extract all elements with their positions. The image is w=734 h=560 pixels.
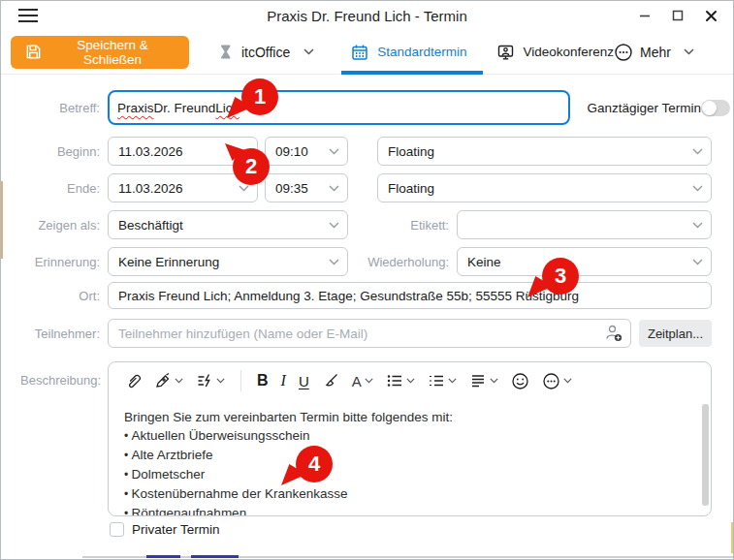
editor-scrollbar[interactable] — [702, 404, 709, 506]
allday-label: Ganztägiger Termin — [587, 101, 701, 115]
recurrence-label: Wiederholung: — [348, 255, 449, 269]
start-time-value: 09:10 — [275, 144, 308, 159]
numbered-list-button[interactable] — [428, 372, 457, 389]
editor-more-button[interactable] — [542, 372, 572, 390]
tab-standardtermin-label: Standardtermin — [377, 45, 466, 59]
start-time-dropdown[interactable]: 09:10 — [265, 137, 348, 166]
tab-standardtermin[interactable]: Standardtermin — [351, 30, 466, 75]
more-ellipsis-icon — [614, 43, 633, 62]
more-label: Mehr — [640, 45, 671, 60]
end-label: Ende: — [20, 181, 100, 196]
underline-button[interactable]: U — [299, 373, 309, 389]
more-button[interactable]: Mehr — [614, 43, 694, 62]
description-intro: Bringen Sie zum vereinbarten Termin bitt… — [124, 408, 693, 426]
account-selector[interactable]: itcOffice — [216, 44, 314, 61]
minimize-icon[interactable] — [628, 2, 661, 29]
reminder-value: Keine Erinnerung — [118, 255, 219, 269]
description-item: Röntgenaufnahmen — [124, 504, 693, 516]
private-appointment-checkbox[interactable] — [110, 522, 124, 537]
description-item: Aktuellen Überweisungsschein — [124, 426, 693, 446]
calendar-icon — [351, 44, 368, 61]
window-title: Praxis Dr. Freund Lich - Termin — [1, 8, 733, 24]
start-date-value: 11.03.2026 — [118, 144, 183, 159]
subject-word-misspelled: Praxis — [117, 101, 154, 115]
allday-toggle[interactable] — [701, 100, 730, 116]
video-conference-icon — [496, 44, 515, 61]
label-label: Etikett: — [348, 218, 449, 233]
tab-videokonferenz[interactable]: Videokonferenz — [496, 30, 615, 75]
background-window-edge — [191, 555, 239, 558]
label-dropdown[interactable] — [457, 210, 712, 239]
subject-word: Dr. Freund — [154, 101, 216, 115]
show-as-dropdown[interactable]: Beschäftigt — [108, 210, 348, 239]
chevron-down-icon — [684, 48, 694, 55]
account-logo-icon — [216, 44, 234, 61]
chevron-down-icon — [239, 185, 249, 192]
description-text[interactable]: Bringen Sie zum vereinbarten Termin bitt… — [109, 399, 711, 516]
start-timezone-value: Floating — [388, 144, 434, 159]
tab-videokonferenz-label: Videokonferenz — [524, 45, 615, 59]
editor-toolbar: B I U A — [109, 362, 711, 399]
description-item: Kostenübernahme der Krankenkasse — [124, 484, 693, 504]
titlebar: Praxis Dr. Freund Lich - Termin — [1, 1, 733, 30]
clear-format-brush-button[interactable] — [322, 372, 339, 389]
window-controls — [628, 1, 727, 30]
subject-input[interactable]: Praxis Dr. Freund Lich — [108, 90, 570, 125]
chevron-down-icon — [692, 222, 703, 229]
end-time-value: 09:35 — [275, 181, 308, 196]
align-button[interactable] — [469, 372, 498, 389]
maximize-icon[interactable] — [661, 2, 694, 29]
annotation-balloon-4: 4 — [296, 446, 333, 482]
toolbar-separator — [240, 370, 241, 391]
location-label: Ort: — [20, 289, 100, 303]
close-icon[interactable] — [694, 2, 727, 29]
font-color-button[interactable]: A — [352, 373, 373, 389]
save-close-button[interactable]: Speichern & Schließen — [11, 36, 189, 69]
toggle-knob — [702, 101, 717, 115]
annotation-balloon-3: 3 — [542, 258, 579, 295]
reminder-dropdown[interactable]: Keine Erinnerung — [108, 247, 348, 276]
subject-label: Betreff: — [20, 101, 100, 115]
annotation-number: 2 — [233, 148, 270, 185]
bullet-list-button[interactable] — [386, 372, 415, 389]
description-item: Alte Arztbriefe — [124, 446, 693, 465]
annotation-balloon-2: 2 — [233, 148, 270, 185]
save-close-label: Speichern & Schließen — [50, 38, 175, 67]
show-as-value: Beschäftigt — [118, 218, 183, 233]
chevron-down-icon — [692, 259, 703, 265]
description-editor[interactable]: B I U A — [108, 361, 712, 516]
start-label: Beginn: — [20, 144, 100, 159]
account-label: itcOffice — [241, 45, 290, 60]
hamburger-menu-icon[interactable] — [18, 9, 38, 23]
toolbar: Speichern & Schließen itcOffice — [1, 30, 733, 75]
emoji-button[interactable] — [511, 372, 529, 390]
end-time-dropdown[interactable]: 09:35 — [265, 173, 348, 202]
chevron-down-icon — [329, 185, 339, 192]
annotation-number: 1 — [241, 78, 278, 115]
quicktext-button[interactable] — [196, 372, 225, 389]
bold-button[interactable]: B — [257, 372, 269, 389]
signature-pen-button[interactable] — [154, 372, 183, 389]
chevron-down-icon — [329, 259, 339, 265]
appointment-window: Praxis Dr. Freund Lich - Termin Spe — [0, 0, 734, 560]
recurrence-dropdown[interactable]: Keine — [457, 247, 712, 276]
font-color-glyph: A — [352, 373, 362, 389]
start-timezone-dropdown[interactable]: Floating — [377, 137, 712, 166]
attendees-input[interactable] — [108, 319, 631, 348]
add-person-icon[interactable] — [604, 324, 623, 343]
annotation-number: 4 — [296, 446, 333, 482]
recurrence-value: Keine — [467, 255, 501, 269]
end-timezone-value: Floating — [388, 181, 434, 196]
end-timezone-dropdown[interactable]: Floating — [377, 173, 712, 202]
schedule-button[interactable]: Zeitplan... — [639, 320, 712, 347]
save-icon — [25, 44, 42, 60]
attendees-label: Teilnehmer: — [20, 327, 100, 341]
end-date-value: 11.03.2026 — [118, 181, 183, 196]
italic-button[interactable]: I — [281, 372, 286, 389]
location-input[interactable] — [108, 282, 712, 309]
description-label: Beschreibung: — [20, 373, 100, 388]
chevron-down-icon — [303, 48, 314, 55]
show-as-label: Zeigen als: — [20, 218, 100, 233]
attach-button[interactable] — [124, 372, 142, 389]
chevron-down-icon — [692, 185, 703, 192]
